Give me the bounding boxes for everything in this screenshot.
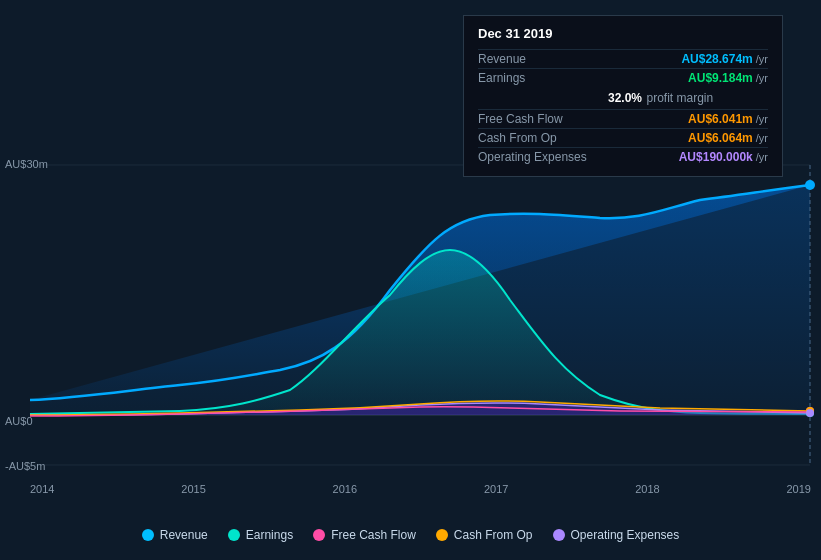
tooltip-label-revenue: Revenue [478,52,608,66]
legend-label-revenue: Revenue [160,528,208,542]
legend-dot-revenue [142,529,154,541]
tooltip-row-cashfromop: Cash From Op AU$6.064m/yr [478,128,768,147]
x-label-2016: 2016 [333,483,357,495]
tooltip-label-fcf: Free Cash Flow [478,112,608,126]
tooltip-profit-margin: 32.0% profit margin [608,87,768,109]
legend-dot-opex [553,529,565,541]
legend-dot-cashfromop [436,529,448,541]
chart-legend: Revenue Earnings Free Cash Flow Cash Fro… [0,528,821,542]
legend-item-earnings[interactable]: Earnings [228,528,293,542]
x-label-2017: 2017 [484,483,508,495]
tooltip-value-fcf: AU$6.041m/yr [688,112,768,126]
legend-dot-fcf [313,529,325,541]
svg-point-6 [805,180,815,190]
tooltip-box: Dec 31 2019 Revenue AU$28.674m/yr Earnin… [463,15,783,177]
tooltip-row-opex: Operating Expenses AU$190.000k/yr [478,147,768,166]
y-label-0: AU$0 [5,415,33,427]
legend-item-fcf[interactable]: Free Cash Flow [313,528,416,542]
legend-item-cashfromop[interactable]: Cash From Op [436,528,533,542]
tooltip-row-earnings: Earnings AU$9.184m/yr [478,68,768,87]
legend-label-earnings: Earnings [246,528,293,542]
y-label-neg5m: -AU$5m [5,460,45,472]
x-label-2018: 2018 [635,483,659,495]
chart-container: AU$30m AU$0 -AU$5m 2014 2015 2016 2017 2… [0,0,821,560]
tooltip-row-fcf: Free Cash Flow AU$6.041m/yr [478,109,768,128]
tooltip-label-earnings: Earnings [478,71,608,85]
tooltip-value-earnings: AU$9.184m/yr [688,71,768,85]
legend-label-fcf: Free Cash Flow [331,528,416,542]
y-label-30m: AU$30m [5,158,48,170]
x-label-2019: 2019 [786,483,810,495]
legend-dot-earnings [228,529,240,541]
x-label-2014: 2014 [30,483,54,495]
legend-label-cashfromop: Cash From Op [454,528,533,542]
legend-item-revenue[interactable]: Revenue [142,528,208,542]
x-axis-labels: 2014 2015 2016 2017 2018 2019 [30,483,811,495]
tooltip-value-revenue: AU$28.674m/yr [681,52,768,66]
tooltip-label-cashfromop: Cash From Op [478,131,608,145]
tooltip-value-cashfromop: AU$6.064m/yr [688,131,768,145]
tooltip-value-opex: AU$190.000k/yr [679,150,768,164]
tooltip-row-revenue: Revenue AU$28.674m/yr [478,49,768,68]
svg-point-10 [806,409,814,417]
legend-item-opex[interactable]: Operating Expenses [553,528,680,542]
tooltip-label-opex: Operating Expenses [478,150,608,164]
legend-label-opex: Operating Expenses [571,528,680,542]
x-label-2015: 2015 [181,483,205,495]
tooltip-date: Dec 31 2019 [478,26,768,41]
